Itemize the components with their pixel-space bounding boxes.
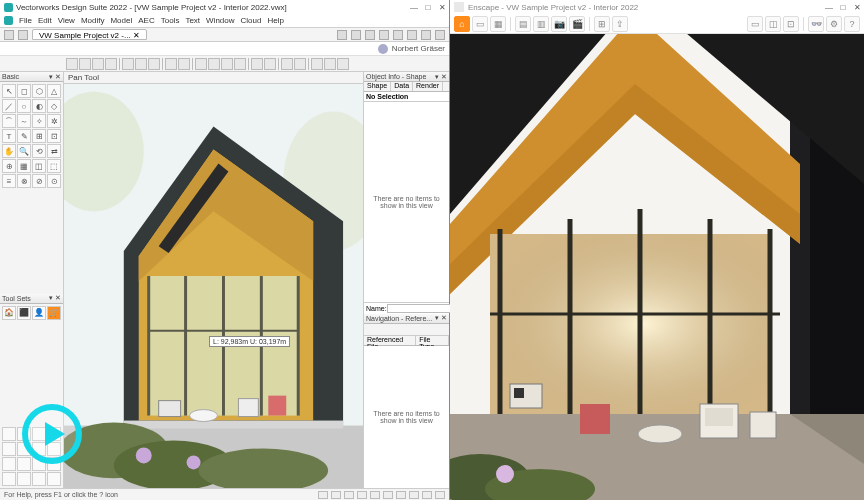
view-button[interactable]: [221, 58, 233, 70]
status-button[interactable]: [331, 491, 341, 499]
menu-modify[interactable]: Modify: [81, 16, 105, 25]
menu-view[interactable]: View: [58, 16, 75, 25]
tool-button[interactable]: ⊡: [47, 129, 61, 143]
toolbar-icon[interactable]: [351, 30, 361, 40]
tool-button[interactable]: ⊙: [47, 174, 61, 188]
ens-tool-button[interactable]: ▭: [747, 16, 763, 32]
view-button[interactable]: [264, 58, 276, 70]
close-button[interactable]: ✕: [435, 1, 449, 13]
ens-tool-button[interactable]: ▦: [490, 16, 506, 32]
tab-shape[interactable]: Shape: [364, 82, 391, 91]
toolset-button[interactable]: 🛒: [47, 306, 61, 320]
view-button[interactable]: [234, 58, 246, 70]
close-button[interactable]: ✕: [850, 1, 864, 13]
toolbar-icon[interactable]: [337, 30, 347, 40]
snap-button[interactable]: [294, 58, 306, 70]
menu-model[interactable]: Model: [110, 16, 132, 25]
status-button[interactable]: [409, 491, 419, 499]
tool-button[interactable]: ～: [17, 114, 31, 128]
view-button[interactable]: [208, 58, 220, 70]
nav-btn[interactable]: [395, 325, 404, 334]
view-button[interactable]: [251, 58, 263, 70]
menu-file[interactable]: File: [19, 16, 32, 25]
object-info-header[interactable]: Object Info - Shape ▾ ✕: [364, 72, 449, 82]
toolbar-icon[interactable]: [379, 30, 389, 40]
menu-cloud[interactable]: Cloud: [241, 16, 262, 25]
ens-tool-button[interactable]: ◫: [765, 16, 781, 32]
tool-button[interactable]: ⊗: [17, 174, 31, 188]
status-button[interactable]: [370, 491, 380, 499]
nav-btn[interactable]: [365, 325, 374, 334]
toolbar-icon[interactable]: [393, 30, 403, 40]
menu-aec[interactable]: AEC: [138, 16, 154, 25]
help-button[interactable]: ?: [844, 16, 860, 32]
tool-button[interactable]: ⊕: [2, 159, 16, 173]
navigation-header[interactable]: Navigation - Refere... ▾ ✕: [364, 314, 449, 324]
view-button[interactable]: [66, 58, 78, 70]
nav-btn[interactable]: [415, 325, 424, 334]
maximize-button[interactable]: □: [421, 1, 435, 13]
view-button[interactable]: [105, 58, 117, 70]
selection-tool[interactable]: ↖: [2, 84, 16, 98]
tab-render[interactable]: Render: [413, 82, 443, 91]
status-button[interactable]: [344, 491, 354, 499]
tool-button[interactable]: [2, 472, 16, 486]
basic-palette-header[interactable]: Basic ▾ ✕: [0, 72, 63, 82]
view-button[interactable]: [122, 58, 134, 70]
play-overlay-badge[interactable]: [22, 404, 82, 464]
ens-tool-button[interactable]: ⊡: [783, 16, 799, 32]
tool-button[interactable]: △: [47, 84, 61, 98]
palette-menu-icon[interactable]: ▾ ✕: [49, 73, 61, 81]
view-button[interactable]: [79, 58, 91, 70]
minimize-button[interactable]: —: [407, 1, 421, 13]
tool-button[interactable]: ◐: [32, 99, 46, 113]
view-button[interactable]: [92, 58, 104, 70]
nav-back-icon[interactable]: [4, 30, 14, 40]
search-icon[interactable]: [435, 30, 445, 40]
tool-button[interactable]: ⊞: [32, 129, 46, 143]
view-button[interactable]: [178, 58, 190, 70]
tool-button[interactable]: ✧: [32, 114, 46, 128]
avatar[interactable]: [378, 44, 388, 54]
tool-button[interactable]: ◫: [32, 159, 46, 173]
tool-button[interactable]: ⬡: [32, 84, 46, 98]
menu-window[interactable]: Window: [206, 16, 234, 25]
vr-button[interactable]: 👓: [808, 16, 824, 32]
tool-button[interactable]: ⟲: [32, 144, 46, 158]
toolset-button[interactable]: ⬛: [17, 306, 31, 320]
tool-button[interactable]: [2, 442, 16, 456]
tool-button[interactable]: ✲: [47, 114, 61, 128]
line-tool[interactable]: ／: [2, 99, 16, 113]
status-button[interactable]: [396, 491, 406, 499]
maximize-button[interactable]: □: [836, 1, 850, 13]
toolsets-palette-header[interactable]: Tool Sets ▾ ✕: [0, 294, 63, 304]
snap-button[interactable]: [324, 58, 336, 70]
nav-btn[interactable]: [405, 325, 414, 334]
ens-tool-button[interactable]: ⊞: [594, 16, 610, 32]
status-button[interactable]: [435, 491, 445, 499]
menu-edit[interactable]: Edit: [38, 16, 52, 25]
camera-button[interactable]: 📷: [551, 16, 567, 32]
tool-button[interactable]: ◻: [17, 84, 31, 98]
tab-data[interactable]: Data: [391, 82, 413, 91]
tool-button[interactable]: [47, 472, 61, 486]
status-button[interactable]: [318, 491, 328, 499]
tool-button[interactable]: ◇: [47, 99, 61, 113]
nav-fwd-icon[interactable]: [18, 30, 28, 40]
export-button[interactable]: ⇪: [612, 16, 628, 32]
enscape-viewport[interactable]: [450, 34, 864, 500]
ens-tool-button[interactable]: ▥: [533, 16, 549, 32]
panel-close-icon[interactable]: ▾ ✕: [435, 314, 447, 322]
menu-text[interactable]: Text: [185, 16, 200, 25]
tool-button[interactable]: ○: [17, 99, 31, 113]
palette-menu-icon[interactable]: ▾ ✕: [49, 294, 61, 302]
status-button[interactable]: [422, 491, 432, 499]
toolset-button[interactable]: 👤: [32, 306, 46, 320]
tool-button[interactable]: ✎: [17, 129, 31, 143]
tool-button[interactable]: [2, 457, 16, 471]
tool-button[interactable]: [32, 472, 46, 486]
status-button[interactable]: [357, 491, 367, 499]
vw-3d-viewport[interactable]: L: 92,983m U: 03,197m: [64, 84, 363, 488]
snap-button[interactable]: [281, 58, 293, 70]
zoom-tool[interactable]: 🔍: [17, 144, 31, 158]
